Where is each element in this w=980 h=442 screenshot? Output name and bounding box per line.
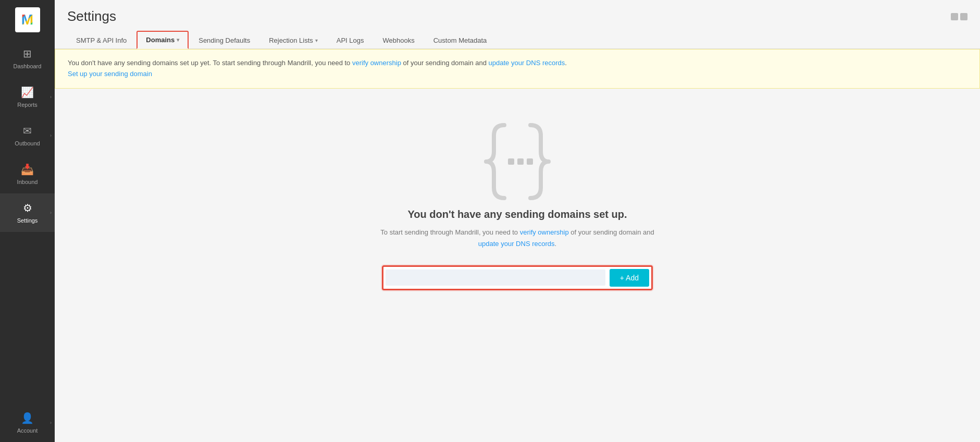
- tab-sending-defaults[interactable]: Sending Defaults: [190, 32, 259, 48]
- empty-verify-link[interactable]: verify ownership: [520, 228, 569, 236]
- tab-custom-metadata[interactable]: Custom Metadata: [425, 32, 496, 48]
- add-domain-form: + Add: [382, 265, 653, 290]
- logo-icon: M: [21, 11, 33, 28]
- tab-api-logs[interactable]: API Logs: [328, 32, 373, 48]
- tab-smtp[interactable]: SMTP & API Info: [67, 32, 135, 48]
- sidebar-item-dashboard[interactable]: ⊞ Dashboard: [0, 39, 55, 78]
- settings-arrow: ›: [50, 210, 52, 215]
- sidebar-item-settings[interactable]: ⚙ Settings ›: [0, 193, 55, 232]
- win-btn-2: [960, 13, 967, 20]
- braces-svg: [465, 120, 569, 203]
- sidebar-item-inbound[interactable]: 📥 Inbound: [0, 155, 55, 193]
- app-logo[interactable]: M: [0, 0, 55, 39]
- empty-state-title: You don't have any sending domains set u…: [407, 208, 627, 220]
- sidebar-label-outbound: Outbound: [15, 140, 40, 146]
- sidebar-item-reports[interactable]: 📈 Reports ›: [0, 78, 55, 116]
- inbound-icon: 📥: [21, 163, 34, 176]
- sidebar-item-account[interactable]: 👤 Account ›: [0, 403, 55, 442]
- outbound-icon: ✉: [23, 125, 32, 137]
- tab-webhooks[interactable]: Webhooks: [374, 32, 424, 48]
- window-controls: [951, 13, 967, 20]
- notice-link-dns[interactable]: update your DNS records: [489, 59, 565, 67]
- logo-box: M: [15, 7, 40, 32]
- sidebar-item-outbound[interactable]: ✉ Outbound ›: [0, 116, 55, 155]
- win-btn-1: [951, 13, 958, 20]
- page-title: Settings: [67, 8, 116, 24]
- empty-state: You don't have any sending domains set u…: [55, 89, 980, 311]
- domains-tab-chevron: ▾: [177, 37, 179, 43]
- svg-rect-0: [508, 158, 514, 165]
- notice-text-before: You don't have any sending domains set u…: [68, 59, 352, 67]
- dashboard-icon: ⊞: [23, 47, 32, 60]
- header-top: Settings: [67, 8, 967, 24]
- settings-icon: ⚙: [23, 202, 32, 214]
- page-content: You don't have any sending domains set u…: [55, 49, 980, 442]
- account-arrow: ›: [50, 420, 52, 425]
- notice-text-between: of your sending domain and: [401, 59, 489, 67]
- page-header: Settings SMTP & API Info Domains ▾ Sendi…: [55, 0, 980, 49]
- add-domain-button[interactable]: + Add: [610, 269, 649, 287]
- notice-text-after: .: [565, 59, 567, 67]
- svg-rect-2: [527, 158, 533, 165]
- tab-domains[interactable]: Domains ▾: [137, 31, 189, 49]
- account-icon: 👤: [21, 412, 34, 424]
- notice-banner: You don't have any sending domains set u…: [55, 49, 980, 89]
- domain-input[interactable]: [386, 269, 605, 286]
- sidebar-label-settings: Settings: [17, 217, 38, 224]
- reports-icon: 📈: [21, 86, 34, 99]
- svg-rect-1: [517, 158, 524, 165]
- sidebar-label-reports: Reports: [17, 102, 38, 108]
- settings-tabs: SMTP & API Info Domains ▾ Sending Defaul…: [67, 31, 967, 48]
- main-content: Settings SMTP & API Info Domains ▾ Sendi…: [55, 0, 980, 442]
- empty-state-icon: [465, 120, 569, 203]
- sidebar: M ⊞ Dashboard 📈 Reports › ✉ Outbound › 📥…: [0, 0, 55, 442]
- sidebar-label-inbound: Inbound: [17, 179, 38, 185]
- sidebar-label-dashboard: Dashboard: [14, 63, 42, 69]
- sidebar-label-account: Account: [17, 427, 38, 434]
- rejection-lists-chevron: ▾: [315, 38, 318, 43]
- reports-arrow: ›: [50, 94, 52, 100]
- outbound-arrow: ›: [50, 133, 52, 138]
- tab-rejection-lists[interactable]: Rejection Lists ▾: [260, 32, 327, 48]
- notice-setup-link[interactable]: Set up your sending domain: [68, 70, 152, 78]
- empty-state-description: To start sending through Mandrill, you n…: [380, 227, 654, 250]
- empty-dns-link[interactable]: update your DNS records: [478, 240, 555, 248]
- notice-link-verify[interactable]: verify ownership: [352, 59, 401, 67]
